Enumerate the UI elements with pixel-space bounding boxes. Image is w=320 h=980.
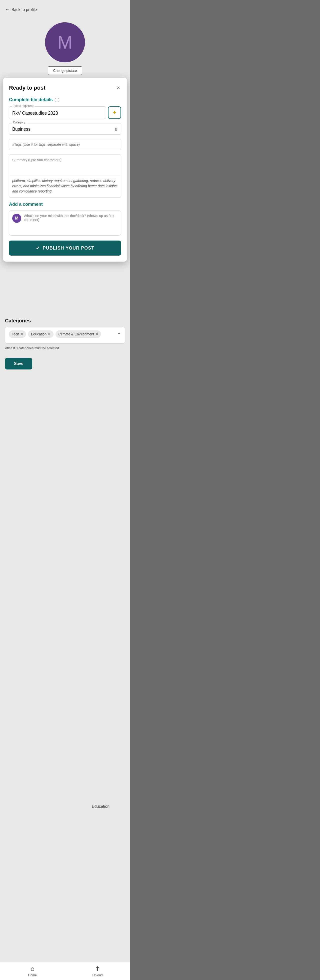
publish-label: PUBLISH YOUR POST xyxy=(43,245,95,251)
close-modal-button[interactable]: × xyxy=(116,84,121,92)
category-tags-row: Tech × Education × Climate & Environment… xyxy=(9,331,117,338)
categories-hint: Atleast 3 categories must be selected. xyxy=(5,346,125,350)
select-arrows-icon: ⇅ xyxy=(114,127,118,132)
category-tag-tech: Tech × xyxy=(9,331,26,338)
summary-textarea[interactable] xyxy=(9,154,121,175)
remove-tech-tag[interactable]: × xyxy=(21,332,23,336)
nav-home[interactable]: ⌂ Home xyxy=(0,962,65,980)
checkmark-icon: ✓ xyxy=(36,245,40,251)
nav-upload[interactable]: ⬆ Upload xyxy=(65,962,130,980)
sparkle-button[interactable]: ✦ xyxy=(108,107,121,119)
summary-wrapper: platform, simplifies dietary requirement… xyxy=(9,154,121,198)
tags-input[interactable] xyxy=(9,139,121,150)
upload-icon: ⬆ xyxy=(95,965,100,972)
home-label: Home xyxy=(28,973,37,977)
title-field-group: Title (Required) ✦ xyxy=(9,107,121,119)
info-icon[interactable]: i xyxy=(55,98,59,102)
categories-chevron-icon[interactable]: ⌄ xyxy=(117,329,121,336)
back-to-profile-label: Back to profile xyxy=(11,8,37,12)
add-comment-title: Add a comment xyxy=(9,202,121,207)
publish-button[interactable]: ✓ PUBLISH YOUR POST xyxy=(9,240,121,256)
title-row: ✦ xyxy=(9,107,121,119)
modal-header: Ready to post × xyxy=(9,84,121,92)
categories-title: Categories xyxy=(5,318,125,324)
sparkle-icon: ✦ xyxy=(112,110,117,116)
category-field-label: Category xyxy=(12,121,26,124)
categories-section: Categories ⌄ Tech × Education × Climate … xyxy=(5,318,125,350)
upload-label: Upload xyxy=(92,973,103,977)
category-value: Business xyxy=(12,127,30,132)
avatar: M xyxy=(45,22,85,62)
category-tag-climate: Climate & Environment × xyxy=(55,331,101,338)
save-button[interactable]: Save xyxy=(5,358,32,369)
categories-box: ⌄ Tech × Education × Climate & Environme… xyxy=(5,327,125,344)
category-tag-education: Education × xyxy=(28,331,54,338)
title-input[interactable] xyxy=(9,107,106,119)
category-field-group: Category Business ⇅ xyxy=(9,123,121,135)
modal-title: Ready to post xyxy=(9,84,45,91)
education-label: Education xyxy=(92,804,109,809)
comment-avatar: M xyxy=(12,214,21,223)
avatar-section: M Change picture xyxy=(0,17,130,80)
complete-file-details-title: Complete file details i xyxy=(9,97,121,102)
summary-content: platform, simplifies dietary requirement… xyxy=(9,175,121,197)
title-field-label: Title (Required) xyxy=(12,104,35,108)
change-picture-button[interactable]: Change picture xyxy=(48,66,82,75)
remove-education-tag[interactable]: × xyxy=(48,332,50,336)
bottom-nav: ⌂ Home ⬆ Upload xyxy=(0,962,130,980)
comment-input-wrapper: M xyxy=(9,210,121,235)
home-icon: ⌂ xyxy=(31,965,35,972)
back-arrow-icon: ← xyxy=(5,7,10,12)
comment-textarea[interactable] xyxy=(24,214,118,231)
remove-climate-tag[interactable]: × xyxy=(96,332,98,336)
back-to-profile-link[interactable]: ← Back to profile xyxy=(0,0,130,17)
ready-to-post-modal: Ready to post × Complete file details i … xyxy=(3,78,127,262)
category-select[interactable]: Business ⇅ xyxy=(9,123,121,135)
